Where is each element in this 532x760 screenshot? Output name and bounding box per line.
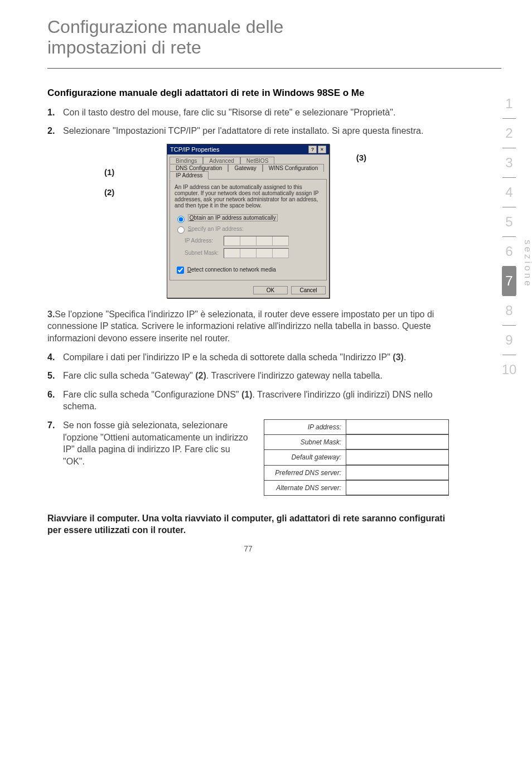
step-7-text: Se non fosse già selezionata, selezionar… [63,419,254,467]
note-gateway-label: Default gateway: [264,450,346,464]
tab-ip-address[interactable]: IP Address [170,171,209,180]
step-6-num: 6. [47,389,63,413]
tab-advanced[interactable]: Advanced [203,157,240,164]
step-5-text-c: . Trascrivere l'indirizzo gateway nella … [206,371,383,380]
step-6-text-a: Fare clic sulla scheda "Configurazione D… [63,390,241,399]
tab-wins[interactable]: WINS Configuration [263,164,324,172]
radio-obtain-auto[interactable]: Obtain an IP address automatically [175,214,322,223]
step-2-num: 2. [47,125,63,137]
step-4-text-a: Compilare i dati per l'indirizzo IP e la… [63,352,393,362]
detect-accel: D [187,267,191,273]
step-2-text: Selezionare "Impostazioni TCP/IP" per l'… [63,125,449,137]
footer-note: Riavviare il computer. Una volta riavvia… [47,512,449,536]
note-dns1-label: Preferred DNS server: [264,466,346,480]
step-1-text: Con il tasto destro del mouse, fare clic… [63,107,449,119]
callout-3: (3) [356,153,366,162]
tab-netbios[interactable]: NetBIOS [240,157,274,164]
tcpip-dialog: TCP/IP Properties ? × Bindings Advanced … [167,144,330,298]
detect-label: etect connection to network media [191,267,276,273]
ok-button[interactable]: OK [253,286,288,294]
nav-4[interactable]: 4 [496,178,522,207]
step-4-num: 4. [47,351,63,364]
step-7-num: 7. [47,419,63,496]
detect-checkbox-row[interactable]: Detect connection to network media [175,265,322,275]
callout-2: (2) [104,187,114,197]
nav-3[interactable]: 3 [496,148,522,177]
nav-1[interactable]: 1 [496,89,522,118]
ip-address-label: IP Address: [185,238,224,244]
note-dns2-label: Alternate DNS server: [264,481,346,495]
nav-2[interactable]: 2 [496,119,522,148]
obtain-accel: O [190,215,194,221]
obtain-label: btain an IP address automatically [194,215,276,221]
dialog-title: TCP/IP Properties [170,146,219,153]
divider [47,68,501,69]
subnet-mask-input[interactable] [224,248,289,258]
cancel-button[interactable]: Cancel [291,286,326,294]
close-button[interactable]: × [318,146,326,153]
step-4-ref: (3) [393,352,404,362]
tab-dns[interactable]: DNS Configuration [170,164,228,172]
specify-label: pecify an IP address: [191,225,243,231]
ip-address-input[interactable] [224,236,289,246]
section-heading: Configurazione manuale degli adattatori … [47,88,449,99]
section-nav: 1 2 3 4 5 6 7 8 9 10 sezione [496,89,522,384]
page-title-line2: impostazioni di rete [47,37,201,57]
tab-bindings[interactable]: Bindings [170,157,203,164]
sezione-label: sezione [522,240,532,288]
step-3-text: Se l'opzione "Specifica l'indirizzo IP" … [47,309,434,343]
step-4-text-c: . [404,352,406,362]
step-6-ref: (1) [241,390,253,399]
nav-7-active[interactable]: 7 [502,267,516,296]
page-title-line1: Configurazione manuale delle [47,17,283,37]
nav-8[interactable]: 8 [496,296,522,325]
radio-specify-input[interactable] [177,226,185,234]
note-ip-val[interactable] [346,420,448,434]
note-gateway-val[interactable] [346,450,448,464]
step-1-num: 1. [47,107,63,119]
page-number: 77 [47,544,449,553]
step-5-text-a: Fare clic sulla scheda "Gateway" [63,371,195,380]
dialog-description: An IP address can be automatically assig… [175,184,322,209]
step-5-ref: (2) [195,371,206,380]
nav-6[interactable]: 6 [496,237,522,266]
note-dns1-val[interactable] [346,466,448,480]
figure-wrapper: (1) (2) (3) TCP/IP Properties ? × Bindin… [47,144,449,298]
note-dns2-val[interactable] [346,481,448,495]
note-mask-val[interactable] [346,435,448,449]
note-mask-label: Subnet Mask: [264,435,346,449]
radio-obtain-input[interactable] [177,216,185,223]
nav-5[interactable]: 5 [496,207,522,236]
notes-table: IP address: Subnet Mask: Default gateway… [264,419,449,496]
help-button[interactable]: ? [308,146,317,153]
callout-1: (1) [104,167,114,177]
nav-9[interactable]: 9 [496,326,522,355]
tab-gateway[interactable]: Gateway [228,164,262,172]
nav-10[interactable]: 10 [496,355,522,384]
radio-specify[interactable]: Specify an IP address: [175,225,322,234]
step-3-num: 3. [47,309,55,319]
step-5-num: 5. [47,370,63,382]
detect-checkbox[interactable] [177,267,184,274]
note-ip-label: IP address: [264,420,346,434]
subnet-mask-label: Subnet Mask: [185,250,224,256]
